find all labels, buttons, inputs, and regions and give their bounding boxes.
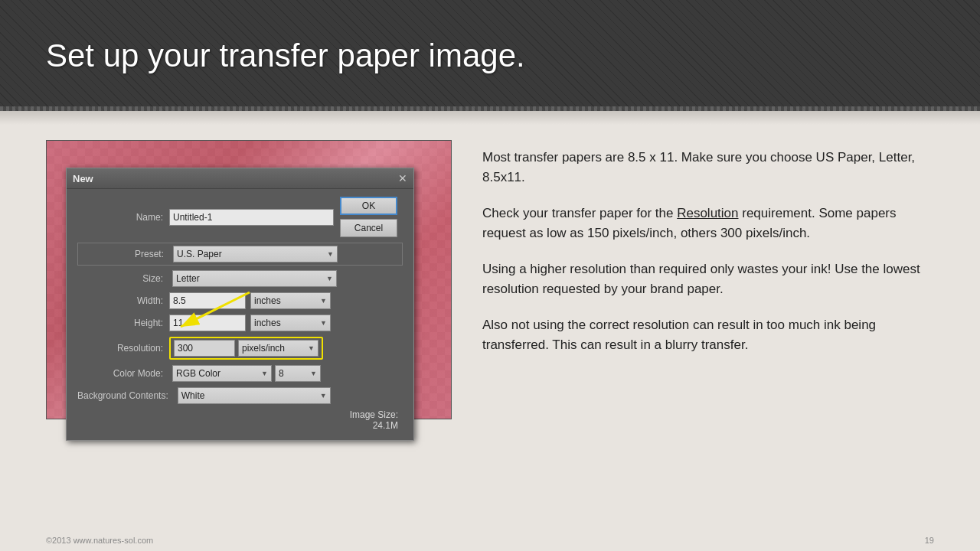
text-panel: Most transfer papers are 8.5 x 11. Make … [482,140,942,505]
paragraph-2-prefix: Check your transfer paper for the [482,206,677,220]
name-label: Name: [77,212,169,223]
slide-title: Set up your transfer paper image. [46,37,525,74]
footer-page-number: 19 [925,536,934,545]
resolution-label: Resolution: [77,343,169,354]
preset-row: Preset: U.S. Paper ▼ [77,243,403,266]
colormode-select[interactable]: RGB Color ▼ [172,365,272,382]
width-label: Width: [77,295,169,306]
preset-label: Preset: [78,249,170,259]
colormode-depth-select[interactable]: 8 ▼ [275,365,321,382]
footer-copyright: ©2013 www.natures-sol.com [46,536,153,545]
image-size-section: Image Size: 24.1M [77,409,403,431]
size-label: Size: [77,273,169,284]
footer: ©2013 www.natures-sol.com 19 [0,536,980,545]
dialog-titlebar: New ✕ [67,168,413,189]
colormode-label: Color Mode: [77,368,169,379]
dialog-title: New [73,173,93,184]
height-label: Height: [77,318,169,328]
background-label: Background Contents: [77,390,175,401]
image-size-value: 24.1M [373,420,398,431]
background-select[interactable]: White ▼ [178,387,331,404]
dialog-close-button[interactable]: ✕ [398,172,407,184]
width-unit-select[interactable]: inches ▼ [250,292,331,309]
paragraph-1: Most transfer papers are 8.5 x 11. Make … [482,148,942,187]
cancel-button[interactable]: Cancel [340,219,397,237]
svg-line-1 [181,292,250,327]
photoshop-screenshot: New ✕ Name: OK Cancel [46,140,452,419]
height-unit-select[interactable]: inches ▼ [250,315,331,331]
preset-select[interactable]: U.S. Paper ▼ [173,246,338,262]
paragraph-3: Using a higher resolution than required … [482,259,942,298]
colormode-row: Color Mode: RGB Color ▼ 8 ▼ [77,365,403,382]
header: Set up your transfer paper image. [0,0,980,111]
paragraph-4: Also not using the correct resolution ca… [482,315,942,354]
background-row: Background Contents: White ▼ [77,387,403,404]
yellow-arrow-annotation [165,285,257,346]
paragraph-2: Check your transfer paper for the Resolu… [482,204,942,243]
screenshot-panel: New ✕ Name: OK Cancel [46,140,452,505]
image-size-label: Image Size: [350,409,398,420]
name-input[interactable] [169,209,334,226]
main-content: New ✕ Name: OK Cancel [0,125,980,520]
resolution-link: Resolution [677,206,738,220]
slide-divider [0,111,980,125]
name-row: Name: OK Cancel [77,197,403,237]
ok-button[interactable]: OK [340,197,397,215]
